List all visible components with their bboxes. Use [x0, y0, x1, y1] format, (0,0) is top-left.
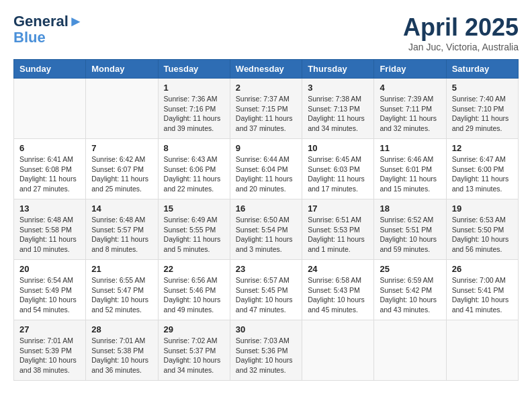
- day-number: 10: [308, 143, 368, 153]
- day-number: 5: [452, 83, 513, 93]
- logo: General►Blue: [13, 13, 83, 46]
- calendar-cell: 12Sunrise: 6:47 AM Sunset: 6:00 PM Dayli…: [446, 139, 518, 199]
- calendar-cell: [14, 79, 86, 139]
- page-header: General►Blue April 2025 Jan Juc, Victori…: [13, 13, 519, 52]
- calendar-cell: 5Sunrise: 7:40 AM Sunset: 7:10 PM Daylig…: [446, 79, 518, 139]
- day-info: Sunrise: 6:56 AM Sunset: 5:46 PM Dayligh…: [164, 275, 224, 315]
- calendar-cell: 1Sunrise: 7:36 AM Sunset: 7:16 PM Daylig…: [158, 79, 230, 139]
- calendar-cell: [302, 320, 374, 381]
- weekday-header-row: SundayMondayTuesdayWednesdayThursdayFrid…: [14, 60, 519, 79]
- calendar-cell: 23Sunrise: 6:57 AM Sunset: 5:45 PM Dayli…: [230, 260, 302, 320]
- day-number: 18: [380, 203, 440, 214]
- calendar-cell: 3Sunrise: 7:38 AM Sunset: 7:13 PM Daylig…: [302, 79, 374, 139]
- day-info: Sunrise: 7:02 AM Sunset: 5:37 PM Dayligh…: [164, 336, 224, 375]
- day-number: 21: [91, 264, 152, 274]
- calendar-cell: 14Sunrise: 6:48 AM Sunset: 5:57 PM Dayli…: [86, 199, 158, 260]
- day-number: 30: [236, 324, 296, 334]
- day-info: Sunrise: 7:39 AM Sunset: 7:11 PM Dayligh…: [380, 94, 440, 134]
- calendar-cell: 29Sunrise: 7:02 AM Sunset: 5:37 PM Dayli…: [158, 320, 230, 381]
- calendar-cell: 8Sunrise: 6:43 AM Sunset: 6:06 PM Daylig…: [158, 139, 230, 199]
- day-info: Sunrise: 7:36 AM Sunset: 7:16 PM Dayligh…: [164, 94, 224, 134]
- day-number: 25: [380, 264, 440, 274]
- calendar-week-row: 1Sunrise: 7:36 AM Sunset: 7:16 PM Daylig…: [14, 79, 519, 139]
- calendar-table: SundayMondayTuesdayWednesdayThursdayFrid…: [13, 59, 519, 381]
- calendar-cell: 19Sunrise: 6:53 AM Sunset: 5:50 PM Dayli…: [446, 199, 518, 260]
- weekday-header-cell: Saturday: [446, 60, 518, 79]
- day-info: Sunrise: 6:58 AM Sunset: 5:43 PM Dayligh…: [308, 275, 368, 315]
- calendar-cell: 18Sunrise: 6:52 AM Sunset: 5:51 PM Dayli…: [374, 199, 446, 260]
- weekday-header-cell: Wednesday: [230, 60, 302, 79]
- day-info: Sunrise: 6:43 AM Sunset: 6:06 PM Dayligh…: [164, 154, 224, 194]
- day-number: 1: [164, 83, 224, 93]
- day-number: 29: [164, 324, 224, 334]
- calendar-cell: 16Sunrise: 6:50 AM Sunset: 5:54 PM Dayli…: [230, 199, 302, 260]
- calendar-cell: [374, 320, 446, 381]
- calendar-cell: 22Sunrise: 6:56 AM Sunset: 5:46 PM Dayli…: [158, 260, 230, 320]
- day-number: 26: [452, 264, 513, 274]
- calendar-cell: 2Sunrise: 7:37 AM Sunset: 7:15 PM Daylig…: [230, 79, 302, 139]
- calendar-week-row: 6Sunrise: 6:41 AM Sunset: 6:08 PM Daylig…: [14, 139, 519, 199]
- day-info: Sunrise: 6:45 AM Sunset: 6:03 PM Dayligh…: [308, 154, 368, 194]
- day-number: 2: [236, 83, 296, 93]
- calendar-cell: 4Sunrise: 7:39 AM Sunset: 7:11 PM Daylig…: [374, 79, 446, 139]
- weekday-header-cell: Monday: [86, 60, 158, 79]
- day-info: Sunrise: 7:03 AM Sunset: 5:36 PM Dayligh…: [236, 336, 296, 375]
- calendar-cell: 9Sunrise: 6:44 AM Sunset: 6:04 PM Daylig…: [230, 139, 302, 199]
- logo-text: General►Blue: [13, 13, 83, 46]
- day-info: Sunrise: 6:48 AM Sunset: 5:57 PM Dayligh…: [91, 215, 152, 255]
- day-info: Sunrise: 6:53 AM Sunset: 5:50 PM Dayligh…: [452, 215, 513, 255]
- calendar-week-row: 27Sunrise: 7:01 AM Sunset: 5:39 PM Dayli…: [14, 320, 519, 381]
- day-number: 24: [308, 264, 368, 274]
- calendar-week-row: 13Sunrise: 6:48 AM Sunset: 5:58 PM Dayli…: [14, 199, 519, 260]
- day-number: 4: [380, 83, 440, 93]
- day-number: 6: [19, 143, 80, 153]
- day-number: 13: [19, 203, 80, 214]
- calendar-cell: 17Sunrise: 6:51 AM Sunset: 5:53 PM Dayli…: [302, 199, 374, 260]
- day-info: Sunrise: 6:41 AM Sunset: 6:08 PM Dayligh…: [19, 154, 80, 194]
- day-info: Sunrise: 7:40 AM Sunset: 7:10 PM Dayligh…: [452, 94, 513, 134]
- day-number: 28: [91, 324, 152, 334]
- day-info: Sunrise: 7:01 AM Sunset: 5:39 PM Dayligh…: [19, 336, 80, 375]
- day-info: Sunrise: 7:37 AM Sunset: 7:15 PM Dayligh…: [236, 94, 296, 134]
- calendar-cell: 30Sunrise: 7:03 AM Sunset: 5:36 PM Dayli…: [230, 320, 302, 381]
- calendar-cell: [86, 79, 158, 139]
- day-number: 8: [164, 143, 224, 153]
- day-info: Sunrise: 6:52 AM Sunset: 5:51 PM Dayligh…: [380, 215, 440, 255]
- calendar-cell: 10Sunrise: 6:45 AM Sunset: 6:03 PM Dayli…: [302, 139, 374, 199]
- day-info: Sunrise: 6:42 AM Sunset: 6:07 PM Dayligh…: [91, 154, 152, 194]
- calendar-cell: 24Sunrise: 6:58 AM Sunset: 5:43 PM Dayli…: [302, 260, 374, 320]
- calendar-week-row: 20Sunrise: 6:54 AM Sunset: 5:49 PM Dayli…: [14, 260, 519, 320]
- calendar-cell: 25Sunrise: 6:59 AM Sunset: 5:42 PM Dayli…: [374, 260, 446, 320]
- day-number: 19: [452, 203, 513, 214]
- calendar-cell: 6Sunrise: 6:41 AM Sunset: 6:08 PM Daylig…: [14, 139, 86, 199]
- day-info: Sunrise: 6:57 AM Sunset: 5:45 PM Dayligh…: [236, 275, 296, 315]
- day-number: 7: [91, 143, 152, 153]
- day-number: 20: [19, 264, 80, 274]
- calendar-cell: 26Sunrise: 7:00 AM Sunset: 5:41 PM Dayli…: [446, 260, 518, 320]
- title-section: April 2025 Jan Juc, Victoria, Australia: [403, 13, 519, 52]
- day-info: Sunrise: 7:38 AM Sunset: 7:13 PM Dayligh…: [308, 94, 368, 134]
- day-info: Sunrise: 6:47 AM Sunset: 6:00 PM Dayligh…: [452, 154, 513, 194]
- calendar-cell: 13Sunrise: 6:48 AM Sunset: 5:58 PM Dayli…: [14, 199, 86, 260]
- calendar-cell: 20Sunrise: 6:54 AM Sunset: 5:49 PM Dayli…: [14, 260, 86, 320]
- calendar-cell: 15Sunrise: 6:49 AM Sunset: 5:55 PM Dayli…: [158, 199, 230, 260]
- day-number: 16: [236, 203, 296, 214]
- calendar-cell: 27Sunrise: 7:01 AM Sunset: 5:39 PM Dayli…: [14, 320, 86, 381]
- day-info: Sunrise: 6:54 AM Sunset: 5:49 PM Dayligh…: [19, 275, 80, 315]
- calendar-body: 1Sunrise: 7:36 AM Sunset: 7:16 PM Daylig…: [14, 79, 519, 381]
- day-number: 14: [91, 203, 152, 214]
- day-info: Sunrise: 6:55 AM Sunset: 5:47 PM Dayligh…: [91, 275, 152, 315]
- day-number: 3: [308, 83, 368, 93]
- day-info: Sunrise: 6:51 AM Sunset: 5:53 PM Dayligh…: [308, 215, 368, 255]
- day-number: 12: [452, 143, 513, 153]
- day-number: 23: [236, 264, 296, 274]
- day-number: 22: [164, 264, 224, 274]
- calendar-cell: 28Sunrise: 7:01 AM Sunset: 5:38 PM Dayli…: [86, 320, 158, 381]
- day-number: 15: [164, 203, 224, 214]
- day-number: 11: [380, 143, 440, 153]
- calendar-cell: [446, 320, 518, 381]
- day-number: 9: [236, 143, 296, 153]
- day-info: Sunrise: 7:00 AM Sunset: 5:41 PM Dayligh…: [452, 275, 513, 315]
- day-info: Sunrise: 6:50 AM Sunset: 5:54 PM Dayligh…: [236, 215, 296, 255]
- day-number: 27: [19, 324, 80, 334]
